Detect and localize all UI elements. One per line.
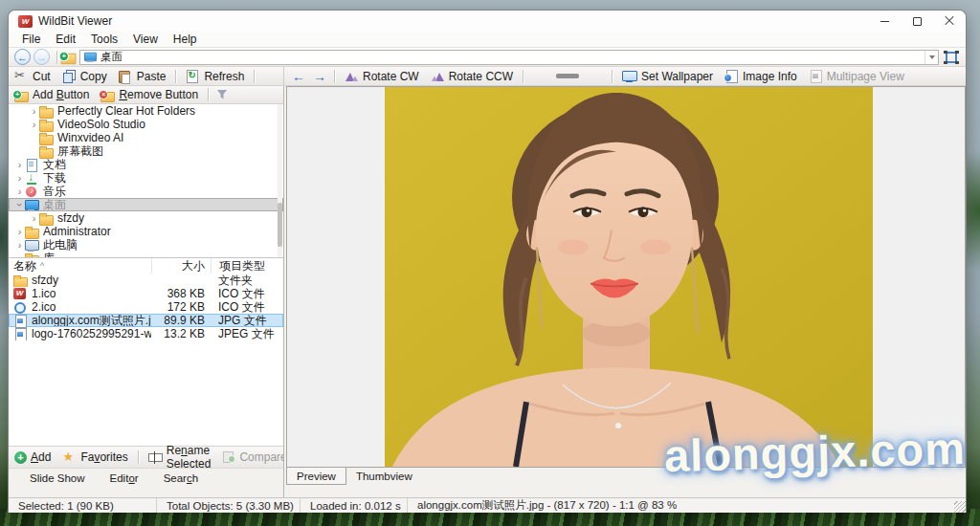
- preview-tab-bar: Preview Thumbview: [286, 468, 422, 485]
- navigation-toolbar: ← → 桌面: [9, 48, 966, 67]
- folder-icon: [39, 132, 54, 144]
- image-preview-area[interactable]: [286, 86, 966, 468]
- preview-panel: Preview Thumbview alonggjx.com: [284, 86, 967, 498]
- set-wallpaper-button[interactable]: Set Wallpaper: [616, 70, 719, 83]
- status-bar: Selected: 1 (90 KB) Total Objects: 5 (3.…: [9, 497, 967, 513]
- column-header-name[interactable]: 名称^: [9, 258, 151, 274]
- image-info-button[interactable]: Image Info: [719, 70, 803, 83]
- chevron-right-icon[interactable]: ›: [14, 172, 25, 184]
- chevron-right-icon[interactable]: ›: [14, 159, 25, 170]
- column-header-size[interactable]: 大小: [151, 258, 211, 274]
- tree-scrollbar[interactable]: [278, 104, 282, 257]
- file-size: 13.2 KB: [151, 327, 211, 340]
- back-icon[interactable]: ←: [14, 49, 31, 65]
- tree-item[interactable]: ›Perfectly Clear Hot Folders: [9, 104, 283, 118]
- multipage-view-button[interactable]: Multipage View: [803, 70, 910, 83]
- rotate-ccw-icon: [431, 70, 445, 82]
- wildbit-icon: [13, 288, 28, 300]
- menu-file[interactable]: File: [14, 33, 48, 46]
- paste-icon: [119, 70, 133, 82]
- add-button-button[interactable]: Add Button: [9, 88, 95, 101]
- rename-selected-button[interactable]: Rename Selected: [143, 444, 217, 471]
- music-icon: [25, 186, 39, 198]
- minimize-button[interactable]: [868, 11, 901, 32]
- image-icon: [13, 315, 28, 327]
- sort-ascending-icon: ^: [40, 261, 44, 271]
- remove-button-button[interactable]: Remove Button: [95, 88, 204, 101]
- chevron-right-icon[interactable]: ›: [14, 252, 25, 257]
- tab-thumbview[interactable]: Thumbview: [346, 468, 422, 485]
- menu-view[interactable]: View: [125, 33, 166, 46]
- rotate-ccw-button[interactable]: Rotate CCW: [425, 70, 519, 83]
- previous-image-icon[interactable]: ←: [288, 69, 309, 84]
- title-bar: W WildBit Viewer: [9, 11, 966, 32]
- file-row[interactable]: logo-1760252995291-wtx7...13.2 KBJPEG 文件: [9, 327, 283, 340]
- monitor-icon: [622, 70, 637, 82]
- chevron-down-icon[interactable]: ›: [14, 200, 26, 210]
- tree-item-label: Perfectly Clear Hot Folders: [57, 104, 195, 118]
- main-toolbar: Cut Copy Paste Refresh ← → Rotate CW Rot…: [9, 67, 966, 86]
- menu-tools[interactable]: Tools: [83, 33, 125, 46]
- folder-icon: [25, 252, 39, 258]
- add-favorite-button[interactable]: Add: [9, 450, 56, 464]
- crop-selection-icon[interactable]: [943, 50, 960, 65]
- chevron-right-icon[interactable]: ›: [14, 186, 25, 197]
- tab-editor[interactable]: Editor: [110, 472, 139, 484]
- refresh-icon: [186, 70, 200, 82]
- tree-item[interactable]: Winxvideo AI: [9, 131, 283, 144]
- chevron-right-icon[interactable]: ›: [29, 105, 39, 117]
- tree-item[interactable]: 屏幕截图: [9, 144, 283, 158]
- compare-icon: [222, 451, 235, 463]
- remove-folder-icon: [100, 89, 115, 101]
- close-button[interactable]: [933, 11, 966, 32]
- tab-slide-show[interactable]: Slide Show: [30, 472, 85, 484]
- tree-item[interactable]: ›VideoSolo Studio: [9, 118, 283, 131]
- favorites-button[interactable]: Favorites: [56, 450, 133, 464]
- maximize-button[interactable]: [901, 11, 933, 32]
- download-icon: [25, 172, 39, 185]
- chevron-right-icon[interactable]: ›: [29, 119, 39, 130]
- left-tab-bar: Slide Show Editor Search: [9, 468, 283, 488]
- resize-grip[interactable]: [954, 501, 966, 513]
- next-image-icon[interactable]: →: [309, 69, 330, 84]
- cut-button[interactable]: Cut: [9, 70, 56, 83]
- tab-search[interactable]: Search: [164, 472, 198, 484]
- computer-icon: [25, 239, 39, 252]
- add-circle-icon: [14, 451, 27, 464]
- preview-photo: [385, 87, 873, 467]
- chevron-right-icon[interactable]: ›: [14, 226, 25, 237]
- menu-edit[interactable]: Edit: [48, 33, 83, 46]
- star-icon: [62, 451, 77, 464]
- paste-button[interactable]: Paste: [113, 70, 172, 83]
- rotate-cw-button[interactable]: Rotate CW: [339, 70, 425, 83]
- refresh-button[interactable]: Refresh: [180, 70, 250, 83]
- tree-item[interactable]: ›桌面: [9, 198, 283, 211]
- menu-help[interactable]: Help: [166, 33, 205, 46]
- file-name: sfzdy: [32, 274, 58, 287]
- folder-options-icon[interactable]: [61, 51, 77, 64]
- status-selected: Selected: 1 (90 KB): [9, 498, 157, 513]
- tree-item[interactable]: ›库: [9, 252, 283, 257]
- forward-icon[interactable]: →: [33, 49, 50, 65]
- chevron-right-icon[interactable]: ›: [29, 212, 39, 224]
- file-name: 1.ico: [32, 287, 56, 300]
- compare-button[interactable]: Compare: [216, 450, 292, 464]
- desktop-icon: [25, 199, 39, 211]
- desktop-icon: [84, 52, 97, 62]
- app-icon: W: [18, 15, 33, 28]
- copy-button[interactable]: Copy: [56, 70, 113, 83]
- file-rows: sfzdy文件夹1.ico368 KBICO 文件2.ico172 KBICO …: [9, 274, 283, 340]
- address-bar[interactable]: 桌面: [79, 50, 939, 65]
- zoom-indicator: [556, 74, 579, 78]
- tree-item[interactable]: ›sfzdy: [9, 211, 283, 225]
- folder-tree: ›Perfectly Clear Hot Folders›VideoSolo S…: [9, 104, 283, 257]
- rotate-cw-icon: [345, 70, 359, 82]
- address-text: 桌面: [100, 50, 924, 64]
- address-dropdown-icon[interactable]: [924, 51, 938, 64]
- chevron-right-icon[interactable]: ›: [14, 239, 25, 251]
- button-bar: Add Button Remove Button: [9, 86, 283, 104]
- folder-icon: [39, 105, 54, 118]
- filter-icon[interactable]: [216, 89, 228, 100]
- tree-item-label: VideoSolo Studio: [57, 118, 145, 131]
- tab-preview[interactable]: Preview: [286, 468, 346, 485]
